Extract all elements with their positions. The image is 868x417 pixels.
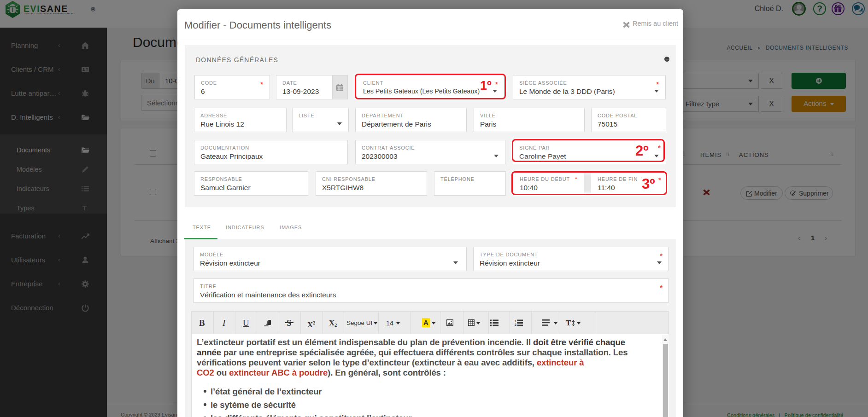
svg-text:1: 1 [515,319,516,323]
svg-text:2: 2 [515,323,516,326]
